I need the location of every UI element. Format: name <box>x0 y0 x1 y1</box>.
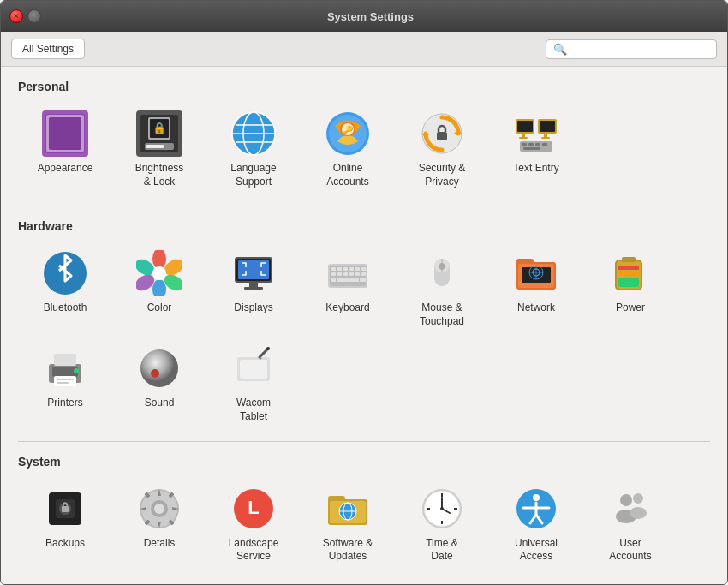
svg-rect-90 <box>54 354 76 366</box>
security-icon <box>419 110 465 157</box>
search-input[interactable] <box>570 43 709 56</box>
landscape-icon: L <box>230 486 277 532</box>
settings-item-network[interactable]: Network <box>489 242 583 337</box>
svg-rect-52 <box>244 287 263 290</box>
printers-label: Printers <box>47 397 82 410</box>
svg-point-101 <box>266 347 270 350</box>
settings-item-software-updates[interactable]: Software &Updates <box>301 477 395 572</box>
svg-rect-87 <box>618 266 639 270</box>
svg-rect-32 <box>544 134 547 137</box>
settings-item-universal-access[interactable]: UniversalAccess <box>489 477 583 572</box>
sound-icon <box>136 345 182 391</box>
svg-rect-36 <box>528 143 534 146</box>
svg-rect-37 <box>535 143 540 146</box>
titlebar: ✕ System Settings <box>1 1 727 32</box>
svg-rect-29 <box>540 121 555 132</box>
brightness-icon: 🔒 <box>136 110 182 157</box>
settings-item-backups[interactable]: Backups <box>18 477 112 572</box>
svg-rect-3 <box>49 117 81 150</box>
backups-icon <box>42 486 88 532</box>
svg-rect-62 <box>337 272 342 276</box>
settings-item-wacom[interactable]: WacomTablet <box>206 337 301 432</box>
section-hardware: Hardware Bluetooth <box>18 219 710 432</box>
settings-item-appearance[interactable]: Appearance <box>18 102 112 197</box>
wacom-icon <box>230 345 277 391</box>
svg-point-134 <box>533 494 540 501</box>
wacom-label: WacomTablet <box>236 397 271 423</box>
svg-rect-33 <box>541 137 550 139</box>
svg-rect-73 <box>439 263 445 270</box>
settings-item-printers[interactable]: Printers <box>18 337 112 432</box>
section-title-system: System <box>18 455 710 469</box>
svg-rect-68 <box>331 278 336 282</box>
appearance-label: Appearance <box>38 162 93 176</box>
settings-item-bluetooth[interactable]: Bluetooth <box>18 242 112 337</box>
keyboard-label: Keyboard <box>325 301 369 315</box>
network-label: Network <box>517 301 555 315</box>
personal-items-grid: Appearance 🔒 Brigh <box>18 102 710 197</box>
svg-point-44 <box>152 279 166 296</box>
search-icon: 🔍 <box>553 43 567 56</box>
section-title-hardware: Hardware <box>18 219 710 233</box>
svg-rect-31 <box>519 137 528 139</box>
network-icon <box>513 250 559 296</box>
landscape-label: LandscapeService <box>229 537 279 564</box>
svg-rect-60 <box>361 267 366 271</box>
language-label: LanguageSupport <box>230 162 276 188</box>
settings-item-displays[interactable]: Displays <box>206 242 301 337</box>
settings-item-text-entry[interactable]: Text Entry <box>489 102 583 197</box>
settings-item-details[interactable]: Details <box>112 477 206 572</box>
mouse-label: Mouse &Touchpad <box>420 301 464 328</box>
settings-item-language[interactable]: LanguageSupport <box>206 102 301 197</box>
software-updates-label: Software &Updates <box>323 537 373 564</box>
svg-rect-35 <box>522 143 527 146</box>
divider-personal-hardware <box>18 206 710 206</box>
universal-access-label: UniversalAccess <box>515 537 558 564</box>
mouse-icon <box>419 250 465 296</box>
user-accounts-icon <box>607 486 653 532</box>
svg-point-141 <box>633 493 643 504</box>
svg-rect-10 <box>146 145 164 148</box>
svg-line-99 <box>260 349 268 357</box>
settings-item-user-accounts[interactable]: UserAccounts <box>583 477 677 572</box>
all-settings-button[interactable]: All Settings <box>11 39 85 59</box>
settings-item-power[interactable]: Power <box>583 242 677 337</box>
settings-content: Personal Appearance <box>1 67 727 584</box>
svg-rect-67 <box>337 278 359 282</box>
svg-point-96 <box>151 369 159 378</box>
svg-rect-98 <box>240 360 267 379</box>
settings-item-color[interactable]: Color <box>112 242 206 337</box>
sound-label: Sound <box>145 397 175 410</box>
svg-point-47 <box>152 266 166 280</box>
settings-item-landscape[interactable]: L LandscapeService <box>206 477 301 572</box>
svg-point-142 <box>630 507 647 519</box>
svg-rect-91 <box>54 376 76 386</box>
settings-item-time-date[interactable]: Time &Date <box>395 477 489 572</box>
system-settings-window: ✕ System Settings All Settings 🔍 Persona… <box>0 0 728 585</box>
settings-item-mouse[interactable]: Mouse &Touchpad <box>395 242 489 337</box>
settings-item-security[interactable]: Security &Privacy <box>395 102 489 197</box>
svg-point-139 <box>620 494 632 506</box>
settings-item-online-accounts[interactable]: 🔑 OnlineAccounts <box>301 102 395 197</box>
svg-rect-106 <box>62 506 69 512</box>
svg-rect-93 <box>57 382 69 384</box>
svg-rect-86 <box>618 272 639 276</box>
svg-text:🔒: 🔒 <box>152 121 167 135</box>
language-icon <box>230 110 277 157</box>
section-title-personal: Personal <box>18 80 710 93</box>
details-icon <box>136 486 182 532</box>
settings-item-brightness[interactable]: 🔒 Brightness& Lock <box>112 102 206 197</box>
minimize-button[interactable] <box>27 9 41 23</box>
svg-rect-25 <box>437 132 447 140</box>
backups-label: Backups <box>45 537 85 551</box>
svg-text:L: L <box>248 497 259 518</box>
svg-rect-61 <box>331 272 336 276</box>
svg-rect-55 <box>331 267 336 271</box>
svg-rect-69 <box>360 278 366 282</box>
toolbar: All Settings 🔍 <box>1 32 727 67</box>
settings-item-sound[interactable]: Sound <box>112 337 206 432</box>
svg-point-94 <box>74 368 79 373</box>
svg-rect-30 <box>522 134 525 137</box>
settings-item-keyboard[interactable]: Keyboard <box>301 242 395 337</box>
close-button[interactable]: ✕ <box>9 9 23 23</box>
